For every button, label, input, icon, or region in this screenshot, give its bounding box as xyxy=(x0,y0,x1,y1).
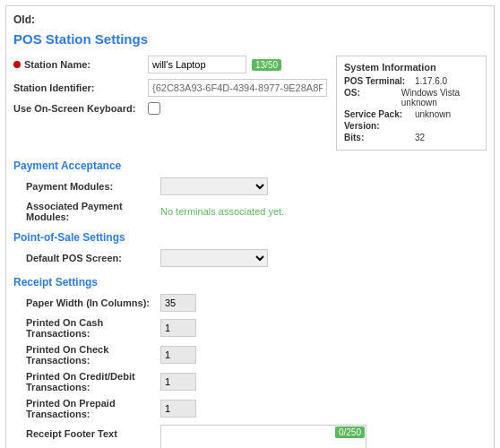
si-pos-terminal: POS Terminal: 1.17.6.0 xyxy=(344,76,478,86)
onscreen-keyboard-value xyxy=(148,102,327,115)
associated-modules-row: Associated Payment Modules: No terminals… xyxy=(13,201,487,222)
station-name-value: 13/50 xyxy=(148,56,327,73)
station-identifier-value xyxy=(148,79,327,97)
printed-credit-input[interactable] xyxy=(160,373,196,391)
si-service-pack: Service Pack: unknown xyxy=(344,109,478,119)
default-pos-screen-value xyxy=(160,249,487,267)
si-service-pack-label: Service Pack: xyxy=(344,109,411,119)
station-identifier-row: Station Identifier: xyxy=(13,79,327,97)
required-dot xyxy=(13,61,21,68)
printed-check-row: Printed On Check Transactions: xyxy=(13,344,487,366)
no-terminals-text: No terminals associated yet. xyxy=(160,206,284,217)
printed-credit-row: Printed On Credit/Debit Transactions: xyxy=(13,371,487,392)
printed-prepaid-row: Printed On Prepaid Transactions: xyxy=(13,398,487,419)
old-label: Old: xyxy=(13,13,487,26)
printed-prepaid-label: Printed On Prepaid Transactions: xyxy=(26,398,160,419)
paper-width-row: Paper Width (In Columns): xyxy=(13,294,487,312)
printed-check-input[interactable] xyxy=(160,346,196,364)
si-pos-terminal-value: 1.17.6.0 xyxy=(415,76,447,86)
default-pos-screen-label: Default POS Screen: xyxy=(26,253,160,263)
station-identifier-input[interactable] xyxy=(148,79,327,97)
station-identifier-label: Station Identifier: xyxy=(13,82,148,93)
printed-check-label: Printed On Check Transactions: xyxy=(26,344,160,366)
station-name-label: Station Name: xyxy=(13,59,148,70)
main-fields: Station Name: 13/50 Station Identifier: xyxy=(13,56,327,151)
onscreen-keyboard-row: Use On-Screen Keyboard: xyxy=(13,102,327,115)
station-name-row: Station Name: 13/50 xyxy=(13,56,327,73)
station-name-input[interactable] xyxy=(148,56,246,73)
char-count-badge: 13/50 xyxy=(252,59,281,71)
paper-width-value xyxy=(160,294,487,312)
si-pos-terminal-label: POS Terminal: xyxy=(344,76,411,86)
si-os-label: OS: xyxy=(344,88,398,108)
top-section: Station Name: 13/50 Station Identifier: xyxy=(13,56,487,151)
si-bits: Bits: 32 xyxy=(344,133,478,142)
receipt-footer-row: Receipt Footer Text 0/250 xyxy=(13,425,487,448)
page-title: POS Station Settings xyxy=(13,31,487,47)
si-os-value: Windows Vista unknown xyxy=(401,88,478,108)
pos-settings-section: Point-of-Sale Settings Default POS Scree… xyxy=(13,231,487,267)
si-bits-value: 32 xyxy=(415,133,425,142)
associated-modules-value: No terminals associated yet. xyxy=(160,206,487,217)
payment-acceptance-section: Payment Acceptance Payment Modules: Asso… xyxy=(13,159,487,222)
printed-check-value xyxy=(160,346,487,364)
onscreen-keyboard-label: Use On-Screen Keyboard: xyxy=(13,103,148,114)
payment-acceptance-header: Payment Acceptance xyxy=(13,159,487,172)
printed-cash-row: Printed On Cash Transactions: xyxy=(13,317,487,339)
receipt-footer-textarea-wrapper: 0/250 xyxy=(160,425,366,448)
printed-cash-label: Printed On Cash Transactions: xyxy=(26,317,160,339)
payment-modules-label: Payment Modules: xyxy=(26,181,160,192)
payment-modules-row: Payment Modules: xyxy=(13,177,487,195)
system-info-box: System Information POS Terminal: 1.17.6.… xyxy=(336,56,487,151)
si-bits-label: Bits: xyxy=(344,133,411,142)
printed-credit-label: Printed On Credit/Debit Transactions: xyxy=(26,371,160,392)
receipt-settings-header: Receipt Settings xyxy=(13,276,487,289)
associated-modules-label: Associated Payment Modules: xyxy=(26,201,160,222)
si-os: OS: Windows Vista unknown xyxy=(344,88,478,108)
default-pos-screen-dropdown[interactable] xyxy=(160,249,268,267)
printed-prepaid-value xyxy=(160,400,487,418)
printed-cash-value xyxy=(160,319,487,337)
paper-width-input[interactable] xyxy=(160,294,196,312)
printed-prepaid-input[interactable] xyxy=(160,400,196,418)
payment-modules-value xyxy=(160,177,487,195)
payment-modules-dropdown[interactable] xyxy=(160,177,268,195)
si-service-pack-value: unknown xyxy=(415,109,451,119)
receipt-settings-section: Receipt Settings Paper Width (In Columns… xyxy=(13,276,487,448)
printed-cash-input[interactable] xyxy=(160,319,196,337)
pos-settings-header: Point-of-Sale Settings xyxy=(13,231,487,244)
textarea-count-badge: 0/250 xyxy=(335,426,365,438)
system-info-title: System Information xyxy=(344,62,478,73)
default-pos-screen-row: Default POS Screen: xyxy=(13,249,487,267)
onscreen-keyboard-checkbox[interactable] xyxy=(148,102,160,115)
receipt-footer-label: Receipt Footer Text xyxy=(26,425,160,439)
si-version-label: Version: xyxy=(344,121,411,131)
paper-width-label: Paper Width (In Columns): xyxy=(26,297,160,308)
outer-container: Old: POS Station Settings Station Name: … xyxy=(5,5,495,448)
si-version: Version: xyxy=(344,121,478,131)
printed-credit-value xyxy=(160,373,487,391)
